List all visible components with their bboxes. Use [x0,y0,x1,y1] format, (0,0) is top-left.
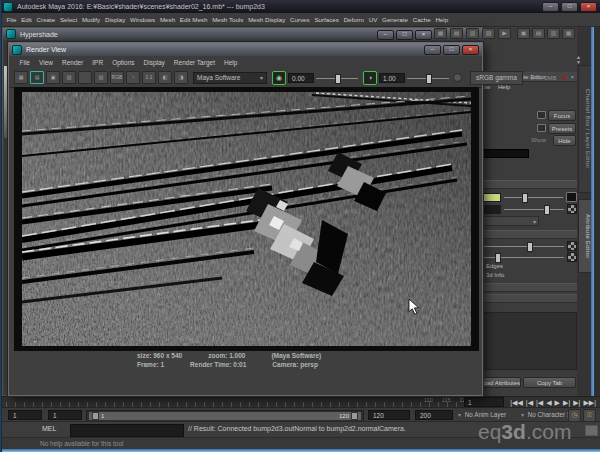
main-menu-cache[interactable]: Cache [410,14,433,25]
info-checkbox-label[interactable]: 3d Info [486,272,504,278]
load-attributes-button[interactable]: Load Attributes [483,377,521,388]
anim-layer-dropdown[interactable]: ▾ No Anim Layer [458,410,506,420]
tab-attribute-editor[interactable]: Attribute Editor [578,199,592,273]
status-snap-view-icon[interactable]: ▨ [482,28,495,39]
color-swatch[interactable] [483,193,501,202]
renderview-menu-display[interactable]: Display [139,58,169,67]
main-menu-windows[interactable]: Windows [128,14,158,25]
attribute-section-bar2[interactable] [483,230,577,239]
main-menu-surfaces[interactable]: Surfaces [312,14,341,25]
main-menu-uv[interactable]: UV [366,14,379,25]
edges-checkbox-label[interactable]: Edges [486,263,503,269]
status-snap-grid-icon[interactable]: ▦ [434,28,447,39]
range-end-handle[interactable] [351,412,358,420]
main-menu-curves[interactable]: Curves [288,14,312,25]
map-arrow-icon[interactable] [566,192,577,202]
main-menu-deform[interactable]: Deform [341,14,366,25]
minimize-icon[interactable]: – [542,2,559,12]
rv-tool-alpha-channel-icon[interactable]: ◔ [126,71,140,84]
main-menu-generate[interactable]: Generate [380,14,411,25]
exposure-slider[interactable] [316,73,358,83]
main-menu-create[interactable]: Create [34,14,57,25]
gamma-icon[interactable]: ◑ [363,71,377,85]
gamma-slider[interactable] [407,73,449,83]
playback-next-key[interactable]: ▶| [573,398,580,408]
ipr-stop-icon[interactable] [562,75,567,80]
repeat-slider[interactable] [483,242,564,250]
attribute-section-bar[interactable] [483,180,577,189]
playback-go-to-end[interactable]: ▶▶| [583,398,596,408]
texture-name-field[interactable] [483,149,529,158]
checker-map3-icon[interactable] [567,252,577,262]
main-menu-display[interactable]: Display [103,14,128,25]
playback-go-to-start[interactable]: |◀◀ [510,398,523,408]
map-button2-icon[interactable] [537,124,546,132]
animation-start-field[interactable]: 1 [8,410,42,420]
attribute-section-bar3[interactable] [483,283,577,292]
pane-attribute-pane-icon[interactable]: ▤ [532,28,545,39]
rv-tool-remove-image-icon[interactable]: ◨ [174,71,188,84]
renderview-menu-file[interactable]: File [15,58,34,67]
playback-end-field[interactable]: 120 [368,410,410,420]
status-snap-point-icon[interactable]: ▥ [466,28,479,39]
presets-button[interactable]: Presets [548,123,576,134]
renderview-menu-render[interactable]: Render [57,58,87,67]
rv-tool-rgb-channels-icon[interactable]: RGB [110,71,124,84]
checker-map2-icon[interactable] [567,241,577,251]
main-menu-select[interactable]: Select [58,14,80,25]
hypershade-maximize-icon[interactable]: □ [396,30,413,40]
main-menu-mesh[interactable]: Mesh [158,14,178,25]
exposure-field[interactable]: 0.00 [288,73,314,83]
pane-channel-pane-icon[interactable]: ▦ [562,28,575,39]
playback-step-forward[interactable]: ▶| [563,398,570,408]
copy-tab-button[interactable]: Copy Tab [523,377,576,388]
main-menu-file[interactable]: File [4,14,19,25]
color-offset-swatch[interactable] [483,205,501,214]
main-menu-help[interactable]: Help [433,14,451,25]
renderview-menu-help[interactable]: Help [219,58,241,67]
rv-tool-render-icon[interactable]: ▦ [14,71,28,84]
main-menu-modify[interactable]: Modify [80,14,103,25]
renderview-menu-render-target[interactable]: Render Target [169,58,219,67]
ae-menu-help[interactable]: Help [498,84,510,90]
playback-prev-key[interactable]: |◀ [526,398,533,408]
focus-button[interactable]: Focus [548,110,576,121]
main-menu-mesh-tools[interactable]: Mesh Tools [210,14,246,25]
hypershade-title-bar[interactable]: Hypershade – □ × [3,28,485,40]
rv-tool-ipr-render-icon[interactable]: ◌ [78,71,92,84]
rv-tool-render-settings-icon[interactable]: ▨ [94,71,108,84]
renderview-menu-view[interactable]: View [34,58,57,67]
rv-tool-redo-render-icon[interactable]: ▧ [62,71,76,84]
renderview-menu-options[interactable]: Options [108,58,139,67]
animation-end-field[interactable]: 200 [415,410,453,420]
pane-single-pane-icon[interactable]: ▣ [517,28,530,39]
color-gain-slider[interactable] [504,193,563,201]
filter-type-dropdown[interactable]: ▾ [483,216,539,226]
color-management-icon[interactable] [453,73,462,82]
playback-play-backwards[interactable]: ◀ [546,398,551,408]
render-view-maximize-icon[interactable]: □ [443,45,460,55]
mel-input[interactable] [70,424,184,437]
main-menu-mesh-display[interactable]: Mesh Display [246,14,288,25]
rv-tool-one-to-one-icon[interactable]: 1:1 [142,71,156,84]
main-menu-edit-mesh[interactable]: Edit Mesh [177,14,209,25]
rv-tool-snapshot-icon[interactable]: ▣ [46,71,60,84]
attribute-section-bar4[interactable] [483,294,577,303]
offset-slider[interactable] [483,253,564,261]
current-frame-field[interactable]: 1 [464,397,504,407]
hypershade-minimize-icon[interactable]: – [377,30,394,40]
main-menu-edit[interactable]: Edit [19,14,34,25]
status-render-active-icon[interactable]: ▶ [498,28,511,39]
panel-close-icon[interactable]: × [570,74,574,80]
gamma-field[interactable]: 1.00 [379,73,405,83]
close-icon[interactable]: × [580,2,597,12]
gamma-mode-label[interactable]: sRGB gamma [470,71,523,85]
maximize-icon[interactable]: □ [561,2,578,12]
panel-scroll-arrows[interactable]: ▲▼ [576,55,581,65]
renderview-menu-ipr[interactable]: IPR [88,58,108,67]
playback-step-back[interactable]: |◀ [536,398,543,408]
render-view-minimize-icon[interactable]: – [424,45,441,55]
hypershade-close-icon[interactable]: × [415,30,432,40]
rv-tool-keep-image-icon[interactable]: ◧ [158,71,172,84]
render-frame-icon[interactable]: ◉ [272,71,286,85]
